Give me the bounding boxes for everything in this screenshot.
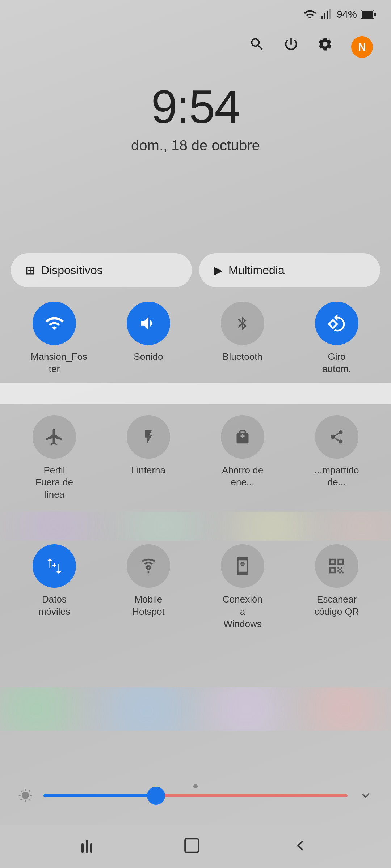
tile-bluetooth[interactable]: Bluetooth [199,302,286,375]
tile-autorotate-circle [315,302,358,345]
divider-band [0,383,391,404]
tile-wifi-label: Mansion_Foster [31,351,78,375]
quick-tiles-row2: PerfilFuera de línea Linterna Ahorro de … [11,415,380,501]
signal-icon [320,8,333,21]
tile-sound-circle [127,302,170,345]
tile-sound-label: Sonido [134,351,163,363]
quick-tiles-row3: Datosmóviles MobileHotspot Conexión aWi [11,544,380,630]
svg-rect-10 [185,839,199,852]
tile-airplane-label: PerfilFuera de línea [31,464,78,501]
devices-icon: ⊞ [25,263,35,277]
tile-bluetooth-circle [221,302,264,345]
battery-percentage: 94% [337,9,357,20]
tile-autorotate-label: Giroautom. [322,351,351,375]
devices-media-row: ⊞ Dispositivos ▶ Multimedia [11,253,380,287]
home-button[interactable] [183,837,201,856]
brightness-expand-icon[interactable] [358,788,373,803]
multimedia-button[interactable]: ▶ Multimedia [199,253,380,287]
tile-hotspot-label: MobileHotspot [132,593,165,618]
tile-sound[interactable]: Sonido [105,302,192,375]
brightness-track [43,794,348,797]
power-icon[interactable] [283,36,299,52]
tile-batterysaver-label: Ahorro de ene... [219,464,266,489]
tile-windows[interactable]: Conexión aWindows [199,544,286,630]
tile-mobiledata-circle [33,544,76,588]
battery-icon [361,9,377,20]
page-indicator-dot [193,784,198,788]
brightness-section [0,788,391,803]
tile-airplane[interactable]: PerfilFuera de línea [11,415,98,501]
tile-bluetooth-label: Bluetooth [223,351,262,363]
tile-batterysaver[interactable]: Ahorro de ene... [199,415,286,501]
status-bar: 94% [0,0,391,29]
brightness-icon [18,788,33,803]
tile-flashlight-circle [127,415,170,459]
brightness-thumb[interactable] [147,787,165,805]
tile-mobiledata-label: Datosmóviles [38,593,70,618]
tile-batterysaver-circle [221,415,264,459]
svg-rect-8 [240,563,245,564]
multimedia-label: Multimedia [228,264,285,277]
svg-rect-7 [241,562,244,563]
tile-qr-label: Escanearcódigo QR [315,593,359,618]
wifi-status-icon [303,8,316,21]
svg-rect-6 [362,11,373,18]
status-icons: 94% [303,8,377,21]
tile-windows-circle [221,544,264,588]
notification-avatar[interactable]: N [351,36,373,58]
svg-rect-3 [329,9,331,19]
settings-icon[interactable] [317,36,333,52]
tile-flashlight[interactable]: Linterna [105,415,192,501]
tile-qr[interactable]: Escanearcódigo QR [293,544,380,630]
svg-rect-1 [324,13,325,19]
multimedia-icon: ▶ [214,263,223,277]
panel-section: ⊞ Dispositivos ▶ Multimedia Mansion_Fost… [0,253,391,630]
quick-actions-bar: N [0,29,391,65]
nav-bar [0,825,391,868]
tile-windows-label: Conexión aWindows [219,593,266,630]
tile-wifi[interactable]: Mansion_Foster [11,302,98,375]
tile-autorotate[interactable]: Giroautom. [293,302,380,375]
tile-hotspot[interactable]: MobileHotspot [105,544,192,630]
svg-rect-9 [241,565,244,566]
clock-section: 9:54 dom., 18 de octubre [0,80,391,154]
tile-airplane-circle [33,415,76,459]
color-blobs-bottom [0,687,391,731]
tile-qr-circle [315,544,358,588]
svg-rect-5 [374,13,376,16]
svg-rect-2 [327,11,328,19]
tile-hotspot-circle [127,544,170,588]
recent-apps-button[interactable] [81,840,92,853]
tile-share-circle [315,415,358,459]
back-button[interactable] [291,837,310,856]
tile-share[interactable]: ...mpartido de... [293,415,380,501]
devices-label: Dispositivos [41,264,103,277]
clock-time: 9:54 [0,80,391,134]
devices-button[interactable]: ⊞ Dispositivos [11,253,192,287]
tile-share-label: ...mpartido de... [313,464,360,489]
tile-mobiledata[interactable]: Datosmóviles [11,544,98,630]
tile-flashlight-label: Linterna [131,464,165,477]
color-blobs-row1 [0,512,391,541]
clock-date: dom., 18 de octubre [0,137,391,154]
svg-rect-0 [321,16,323,19]
search-icon[interactable] [249,36,265,52]
brightness-slider[interactable] [43,794,348,797]
tile-wifi-circle [33,302,76,345]
quick-tiles-row1: Mansion_Foster Sonido Bluetooth [11,302,380,375]
